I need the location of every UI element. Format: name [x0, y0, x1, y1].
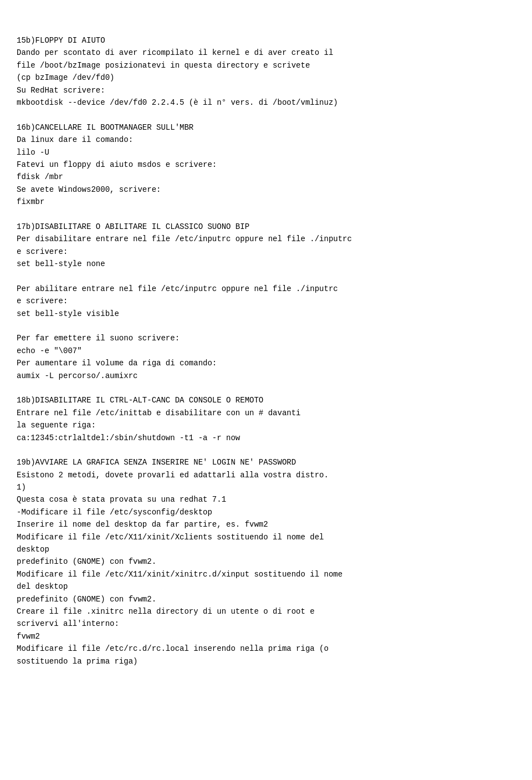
- page-content: 15b)FLOPPY DI AIUTO Dando per scontato d…: [0, 0, 532, 690]
- main-text: 15b)FLOPPY DI AIUTO Dando per scontato d…: [17, 34, 515, 667]
